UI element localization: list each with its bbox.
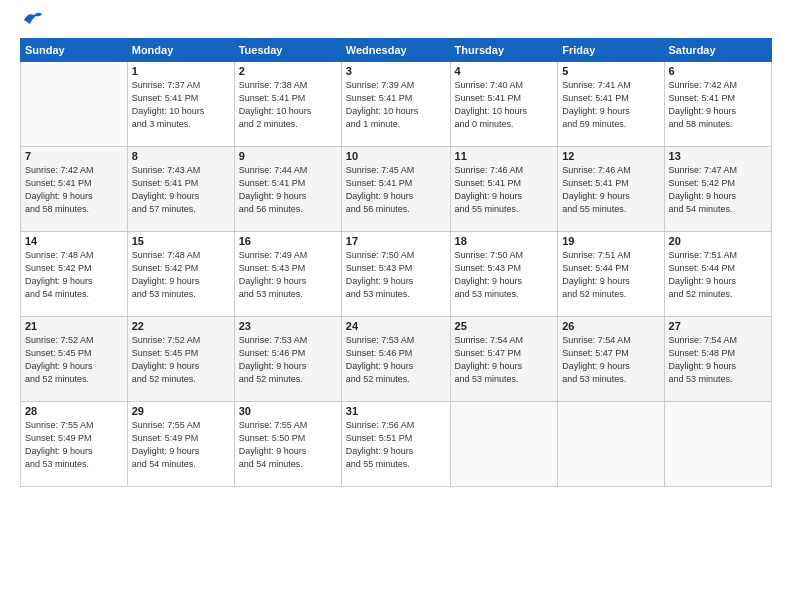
day-cell: 2Sunrise: 7:38 AMSunset: 5:41 PMDaylight… bbox=[234, 62, 341, 147]
header bbox=[20, 18, 772, 28]
day-number: 11 bbox=[455, 150, 554, 162]
weekday-header-tuesday: Tuesday bbox=[234, 39, 341, 62]
logo bbox=[20, 18, 44, 28]
day-info: Sunrise: 7:49 AMSunset: 5:43 PMDaylight:… bbox=[239, 249, 337, 301]
day-cell: 27Sunrise: 7:54 AMSunset: 5:48 PMDayligh… bbox=[664, 317, 771, 402]
day-number: 13 bbox=[669, 150, 767, 162]
day-info: Sunrise: 7:47 AMSunset: 5:42 PMDaylight:… bbox=[669, 164, 767, 216]
day-info: Sunrise: 7:48 AMSunset: 5:42 PMDaylight:… bbox=[25, 249, 123, 301]
calendar-table: SundayMondayTuesdayWednesdayThursdayFrid… bbox=[20, 38, 772, 487]
day-info: Sunrise: 7:39 AMSunset: 5:41 PMDaylight:… bbox=[346, 79, 446, 131]
day-info: Sunrise: 7:50 AMSunset: 5:43 PMDaylight:… bbox=[455, 249, 554, 301]
week-row-3: 14Sunrise: 7:48 AMSunset: 5:42 PMDayligh… bbox=[21, 232, 772, 317]
day-number: 4 bbox=[455, 65, 554, 77]
day-cell: 10Sunrise: 7:45 AMSunset: 5:41 PMDayligh… bbox=[341, 147, 450, 232]
day-number: 6 bbox=[669, 65, 767, 77]
day-cell: 26Sunrise: 7:54 AMSunset: 5:47 PMDayligh… bbox=[558, 317, 664, 402]
day-cell: 4Sunrise: 7:40 AMSunset: 5:41 PMDaylight… bbox=[450, 62, 558, 147]
day-cell: 5Sunrise: 7:41 AMSunset: 5:41 PMDaylight… bbox=[558, 62, 664, 147]
weekday-header-sunday: Sunday bbox=[21, 39, 128, 62]
day-number: 30 bbox=[239, 405, 337, 417]
day-number: 15 bbox=[132, 235, 230, 247]
day-cell: 18Sunrise: 7:50 AMSunset: 5:43 PMDayligh… bbox=[450, 232, 558, 317]
day-info: Sunrise: 7:53 AMSunset: 5:46 PMDaylight:… bbox=[346, 334, 446, 386]
weekday-header-monday: Monday bbox=[127, 39, 234, 62]
day-number: 19 bbox=[562, 235, 659, 247]
day-number: 22 bbox=[132, 320, 230, 332]
day-info: Sunrise: 7:43 AMSunset: 5:41 PMDaylight:… bbox=[132, 164, 230, 216]
day-cell: 31Sunrise: 7:56 AMSunset: 5:51 PMDayligh… bbox=[341, 402, 450, 487]
day-number: 1 bbox=[132, 65, 230, 77]
day-number: 9 bbox=[239, 150, 337, 162]
day-info: Sunrise: 7:53 AMSunset: 5:46 PMDaylight:… bbox=[239, 334, 337, 386]
day-cell: 29Sunrise: 7:55 AMSunset: 5:49 PMDayligh… bbox=[127, 402, 234, 487]
day-cell bbox=[558, 402, 664, 487]
day-info: Sunrise: 7:52 AMSunset: 5:45 PMDaylight:… bbox=[25, 334, 123, 386]
day-cell: 6Sunrise: 7:42 AMSunset: 5:41 PMDaylight… bbox=[664, 62, 771, 147]
day-info: Sunrise: 7:42 AMSunset: 5:41 PMDaylight:… bbox=[25, 164, 123, 216]
day-number: 21 bbox=[25, 320, 123, 332]
day-info: Sunrise: 7:37 AMSunset: 5:41 PMDaylight:… bbox=[132, 79, 230, 131]
day-number: 7 bbox=[25, 150, 123, 162]
day-number: 17 bbox=[346, 235, 446, 247]
week-row-4: 21Sunrise: 7:52 AMSunset: 5:45 PMDayligh… bbox=[21, 317, 772, 402]
day-number: 18 bbox=[455, 235, 554, 247]
day-number: 26 bbox=[562, 320, 659, 332]
day-cell: 16Sunrise: 7:49 AMSunset: 5:43 PMDayligh… bbox=[234, 232, 341, 317]
day-number: 27 bbox=[669, 320, 767, 332]
day-info: Sunrise: 7:54 AMSunset: 5:47 PMDaylight:… bbox=[562, 334, 659, 386]
calendar-header: SundayMondayTuesdayWednesdayThursdayFrid… bbox=[21, 39, 772, 62]
day-info: Sunrise: 7:51 AMSunset: 5:44 PMDaylight:… bbox=[562, 249, 659, 301]
day-cell: 13Sunrise: 7:47 AMSunset: 5:42 PMDayligh… bbox=[664, 147, 771, 232]
day-info: Sunrise: 7:54 AMSunset: 5:48 PMDaylight:… bbox=[669, 334, 767, 386]
day-cell: 25Sunrise: 7:54 AMSunset: 5:47 PMDayligh… bbox=[450, 317, 558, 402]
day-number: 14 bbox=[25, 235, 123, 247]
weekday-header-wednesday: Wednesday bbox=[341, 39, 450, 62]
day-cell: 22Sunrise: 7:52 AMSunset: 5:45 PMDayligh… bbox=[127, 317, 234, 402]
day-cell: 21Sunrise: 7:52 AMSunset: 5:45 PMDayligh… bbox=[21, 317, 128, 402]
day-number: 25 bbox=[455, 320, 554, 332]
day-number: 8 bbox=[132, 150, 230, 162]
day-info: Sunrise: 7:54 AMSunset: 5:47 PMDaylight:… bbox=[455, 334, 554, 386]
weekday-header-thursday: Thursday bbox=[450, 39, 558, 62]
day-cell: 11Sunrise: 7:46 AMSunset: 5:41 PMDayligh… bbox=[450, 147, 558, 232]
day-cell: 3Sunrise: 7:39 AMSunset: 5:41 PMDaylight… bbox=[341, 62, 450, 147]
day-info: Sunrise: 7:38 AMSunset: 5:41 PMDaylight:… bbox=[239, 79, 337, 131]
day-number: 10 bbox=[346, 150, 446, 162]
day-info: Sunrise: 7:45 AMSunset: 5:41 PMDaylight:… bbox=[346, 164, 446, 216]
day-number: 3 bbox=[346, 65, 446, 77]
day-number: 20 bbox=[669, 235, 767, 247]
day-cell: 1Sunrise: 7:37 AMSunset: 5:41 PMDaylight… bbox=[127, 62, 234, 147]
logo-bird-icon bbox=[22, 10, 44, 28]
day-cell: 8Sunrise: 7:43 AMSunset: 5:41 PMDaylight… bbox=[127, 147, 234, 232]
day-cell bbox=[450, 402, 558, 487]
day-cell: 15Sunrise: 7:48 AMSunset: 5:42 PMDayligh… bbox=[127, 232, 234, 317]
day-number: 2 bbox=[239, 65, 337, 77]
day-number: 5 bbox=[562, 65, 659, 77]
day-cell: 7Sunrise: 7:42 AMSunset: 5:41 PMDaylight… bbox=[21, 147, 128, 232]
day-number: 31 bbox=[346, 405, 446, 417]
day-cell: 12Sunrise: 7:46 AMSunset: 5:41 PMDayligh… bbox=[558, 147, 664, 232]
weekday-header-friday: Friday bbox=[558, 39, 664, 62]
day-info: Sunrise: 7:56 AMSunset: 5:51 PMDaylight:… bbox=[346, 419, 446, 471]
week-row-5: 28Sunrise: 7:55 AMSunset: 5:49 PMDayligh… bbox=[21, 402, 772, 487]
day-cell: 19Sunrise: 7:51 AMSunset: 5:44 PMDayligh… bbox=[558, 232, 664, 317]
day-info: Sunrise: 7:44 AMSunset: 5:41 PMDaylight:… bbox=[239, 164, 337, 216]
day-info: Sunrise: 7:55 AMSunset: 5:49 PMDaylight:… bbox=[132, 419, 230, 471]
day-cell: 17Sunrise: 7:50 AMSunset: 5:43 PMDayligh… bbox=[341, 232, 450, 317]
day-info: Sunrise: 7:46 AMSunset: 5:41 PMDaylight:… bbox=[562, 164, 659, 216]
page: SundayMondayTuesdayWednesdayThursdayFrid… bbox=[0, 0, 792, 612]
day-cell: 14Sunrise: 7:48 AMSunset: 5:42 PMDayligh… bbox=[21, 232, 128, 317]
day-number: 16 bbox=[239, 235, 337, 247]
day-cell: 30Sunrise: 7:55 AMSunset: 5:50 PMDayligh… bbox=[234, 402, 341, 487]
day-info: Sunrise: 7:51 AMSunset: 5:44 PMDaylight:… bbox=[669, 249, 767, 301]
day-info: Sunrise: 7:42 AMSunset: 5:41 PMDaylight:… bbox=[669, 79, 767, 131]
day-number: 12 bbox=[562, 150, 659, 162]
day-number: 24 bbox=[346, 320, 446, 332]
day-info: Sunrise: 7:50 AMSunset: 5:43 PMDaylight:… bbox=[346, 249, 446, 301]
day-info: Sunrise: 7:52 AMSunset: 5:45 PMDaylight:… bbox=[132, 334, 230, 386]
day-info: Sunrise: 7:40 AMSunset: 5:41 PMDaylight:… bbox=[455, 79, 554, 131]
calendar-body: 1Sunrise: 7:37 AMSunset: 5:41 PMDaylight… bbox=[21, 62, 772, 487]
day-info: Sunrise: 7:46 AMSunset: 5:41 PMDaylight:… bbox=[455, 164, 554, 216]
day-info: Sunrise: 7:55 AMSunset: 5:49 PMDaylight:… bbox=[25, 419, 123, 471]
